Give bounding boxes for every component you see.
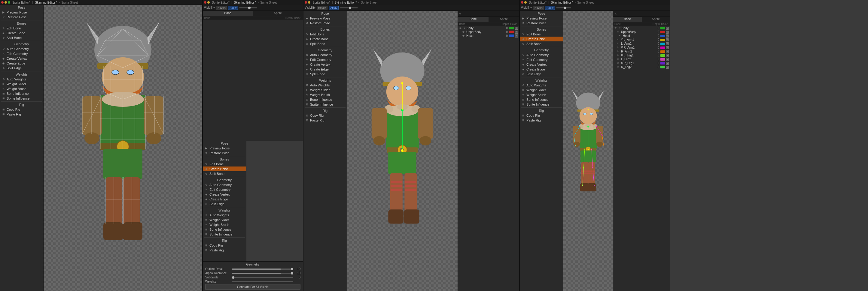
split-edge-btn-1[interactable]: ⊕ Split Edge <box>0 66 43 71</box>
viewport-4[interactable] <box>563 11 613 291</box>
split-edge-btn-3[interactable]: ⊕ Split Edge <box>304 72 347 76</box>
paste-rig-btn-3[interactable]: ⊞Paste Rig <box>304 118 347 123</box>
sprite-influence-btn-3[interactable]: ⊞Sprite Influence <box>304 102 347 107</box>
auto-weights-btn-2[interactable]: ⚙ Auto Weights <box>203 213 246 218</box>
bone-influence-btn-2[interactable]: ⊞ Bone Influence <box>203 227 246 232</box>
create-edge-btn-4[interactable]: ◈Create Edge <box>520 67 563 72</box>
weight-slider-btn-1[interactable]: ≡ Weight Slider <box>0 82 43 86</box>
auto-weights-btn-3[interactable]: ⚙Auto Weights <box>304 83 347 87</box>
create-bone-btn-4[interactable]: ◈Create Bone <box>520 37 563 41</box>
split-bone-btn-4[interactable]: ⊕Split Bone <box>520 41 563 46</box>
min-btn-3[interactable] <box>308 1 310 4</box>
editor-tab-1[interactable]: Skinning Editor * <box>35 1 57 4</box>
sprite-influence-btn-2[interactable]: ⊞ Sprite Influence <box>203 232 246 237</box>
min-btn-1[interactable] <box>4 1 7 4</box>
revert-btn-3[interactable]: Revert <box>317 6 328 10</box>
viewport-1[interactable] <box>43 5 202 291</box>
split-bone-btn-1[interactable]: ⊕ Split Bone <box>0 35 43 40</box>
editor-tab-4[interactable]: Skinning Editor * <box>551 1 573 4</box>
split-edge-btn-2[interactable]: ⊕ Split Edge <box>203 202 246 207</box>
split-bone-btn-3[interactable]: ⊕ Split Bone <box>304 41 347 46</box>
apply-btn-3[interactable]: Apply <box>329 6 339 10</box>
create-vertex-btn-1[interactable]: ◈ Create Vertex <box>0 56 43 61</box>
vis-slider-2[interactable] <box>239 7 257 8</box>
bone-tab-2[interactable]: Bone <box>203 11 253 16</box>
paste-rig-btn-2[interactable]: ⊞ Paste Rig <box>203 248 246 253</box>
sprite-influence-btn-4[interactable]: ⊞Sprite Influence <box>520 102 563 107</box>
create-bone-btn-1[interactable]: ◈ Create Bone <box>0 31 43 35</box>
alpha-tolerance-slider[interactable] <box>232 273 293 274</box>
viewport-3[interactable] <box>347 11 458 291</box>
min-btn-2[interactable] <box>207 1 210 4</box>
auto-weights-btn-1[interactable]: ⚙ Auto Weights <box>0 77 43 82</box>
generate-btn-2[interactable]: Generate For All Visible <box>205 284 301 290</box>
auto-geometry-btn-4[interactable]: ⚙Auto Geometry <box>520 52 563 57</box>
max-btn-1[interactable] <box>8 1 10 4</box>
restore-pose-btn-4[interactable]: ↺Restore Pose <box>520 21 563 26</box>
close-btn-2[interactable] <box>204 1 207 4</box>
close-btn-3[interactable] <box>305 1 307 4</box>
eye-icon-body-3[interactable]: 👁 <box>459 27 463 30</box>
edit-color-upperbody-3[interactable]: ✎ <box>515 31 518 34</box>
restore-pose-btn-3[interactable]: ↺ Restore Pose <box>304 21 347 26</box>
eye-icon-upperbody-3[interactable]: 👁 <box>462 31 466 34</box>
weight-brush-btn-1[interactable]: ✎ Weight Brush <box>0 86 43 91</box>
weight-slider-btn-3[interactable]: ≡Weight Slider <box>304 87 347 93</box>
vis-slider-4[interactable] <box>556 7 571 8</box>
weight-slider-btn-2[interactable]: ≡ Weight Slider <box>203 218 246 222</box>
outline-detail-slider[interactable] <box>232 268 293 270</box>
close-btn-1[interactable] <box>1 1 4 4</box>
paste-rig-btn-1[interactable]: ⊞ Paste Rig <box>0 112 43 117</box>
restore-pose-btn-2[interactable]: ↺ Restore Pose <box>203 151 246 155</box>
create-vertex-btn-3[interactable]: ◈ Create Vertex <box>304 62 347 67</box>
preview-pose-btn-1[interactable]: ▶ Preview Pose <box>0 10 43 15</box>
close-btn-4[interactable] <box>521 1 523 4</box>
apply-btn-2[interactable]: Apply <box>228 6 238 10</box>
preview-pose-btn-4[interactable]: ▶Preview Pose <box>520 16 563 21</box>
weight-slider-btn-4[interactable]: ≡Weight Slider <box>520 87 563 93</box>
copy-rig-btn-3[interactable]: ⊞Copy Rig <box>304 113 347 118</box>
edit-geometry-btn-2[interactable]: ✎ Edit Geometry <box>203 187 246 192</box>
vis-slider-3[interactable] <box>340 7 358 8</box>
right-sprite-tab-3[interactable]: Sprite <box>489 17 519 22</box>
bone-influence-btn-1[interactable]: ⊞ Bone Influence <box>0 91 43 96</box>
weight-brush-btn-2[interactable]: ✎ Weight Brush <box>203 222 246 227</box>
split-edge-btn-4[interactable]: ⊕Split Edge <box>520 72 563 76</box>
edit-color-body-3[interactable]: ✎ <box>515 27 518 30</box>
right-bone-tab-3[interactable]: Bone <box>458 17 489 22</box>
create-edge-btn-2[interactable]: ◈ Create Edge <box>203 197 246 202</box>
copy-rig-btn-2[interactable]: ⊞ Copy Rig <box>203 243 246 248</box>
min-btn-4[interactable] <box>524 1 527 4</box>
editor-tab-2[interactable]: Skinning Editor * <box>234 1 256 4</box>
auto-geometry-btn-3[interactable]: ⚙ Auto Geometry <box>304 52 347 57</box>
auto-weights-btn-4[interactable]: ⚙Auto Weights <box>520 83 563 87</box>
preview-pose-btn-3[interactable]: ▶ Preview Pose <box>304 16 347 21</box>
editor-tab-3[interactable]: Skinning Editor * <box>335 1 357 4</box>
create-bone-btn-3[interactable]: ◈ Create Bone <box>304 37 347 41</box>
sprite-influence-btn-1[interactable]: ⊞ Sprite Influence <box>0 96 43 101</box>
weights-slider[interactable] <box>232 281 293 282</box>
edit-bone-btn-1[interactable]: ✎ Edit Bone <box>0 26 43 31</box>
copy-rig-btn-4[interactable]: ⊞Copy Rig <box>520 113 563 118</box>
revert-btn-2[interactable]: Revert <box>216 6 227 10</box>
auto-geometry-btn-2[interactable]: ⚙ Auto Geometry <box>203 182 246 187</box>
weight-brush-btn-3[interactable]: ✎Weight Brush <box>304 93 347 97</box>
edit-geometry-btn-4[interactable]: ✎Edit Geometry <box>520 57 563 62</box>
edit-bone-btn-2[interactable]: ✎ Edit Bone <box>203 162 246 167</box>
edit-geometry-btn-3[interactable]: ✎ Edit Geometry <box>304 57 347 62</box>
revert-btn-4[interactable]: Revert <box>533 6 544 10</box>
auto-geometry-btn-1[interactable]: ⚙ Auto Geometry <box>0 46 43 51</box>
sprite-tab-2[interactable]: Sprite <box>253 11 303 16</box>
create-vertex-btn-4[interactable]: ◈Create Vertex <box>520 62 563 67</box>
restore-pose-btn-1[interactable]: ↺ Restore Pose <box>0 15 43 20</box>
paste-rig-btn-4[interactable]: ⊞Paste Rig <box>520 118 563 123</box>
edit-bone-btn-3[interactable]: ✎ Edit Bone <box>304 32 347 37</box>
create-edge-btn-3[interactable]: ◈ Create Edge <box>304 67 347 72</box>
create-vertex-btn-2[interactable]: ◈ Create Vertex <box>203 192 246 197</box>
apply-btn-4[interactable]: Apply <box>545 6 555 10</box>
preview-pose-btn-2[interactable]: ▶ Preview Pose <box>203 146 246 151</box>
eye-body-4[interactable]: 👁 <box>614 27 618 29</box>
bone-influence-btn-3[interactable]: ⊞Bone Influence <box>304 97 347 102</box>
editor-tab-sheet-1[interactable]: Sprite Sheet <box>61 1 78 4</box>
editor-tab-sheet-4[interactable]: Sprite Sheet <box>577 1 594 4</box>
